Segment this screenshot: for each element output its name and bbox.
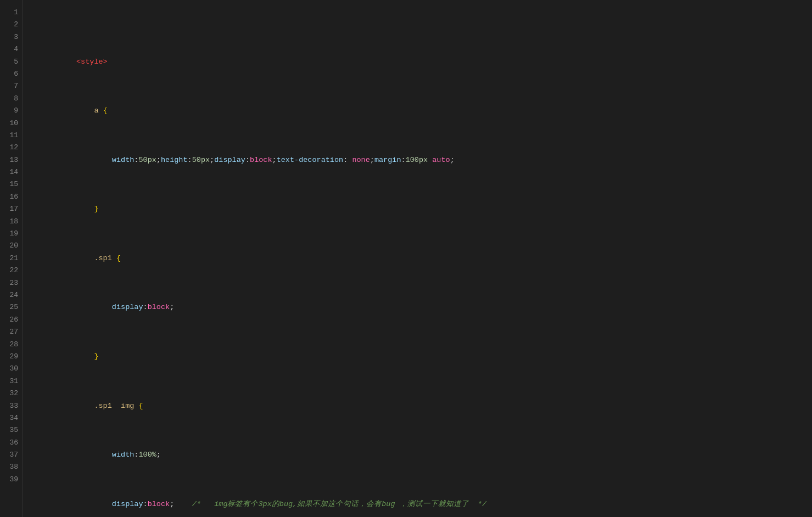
- line-numbers: 1 2 3 4 5 6 7 8 9 10 11 12 13 14 15 16 1…: [0, 0, 23, 517]
- code-line-9: width:100%;: [32, 437, 812, 449]
- code-editor: 1 2 3 4 5 6 7 8 9 10 11 12 13 14 15 16 1…: [0, 0, 812, 517]
- code-line-8: .sp1 img {: [32, 387, 812, 400]
- code-area[interactable]: <style> a { width:50px;height:50px;displ…: [23, 0, 812, 517]
- code-line-6: display:block;: [32, 289, 812, 301]
- code-line-1: <style>: [32, 43, 812, 55]
- code-line-7: }: [32, 339, 812, 351]
- code-line-2: a {: [32, 93, 812, 105]
- code-line-3: width:50px;height:50px;display:block;tex…: [32, 142, 812, 154]
- code-line-4: }: [32, 191, 812, 203]
- code-line-5: .sp1 {: [32, 240, 812, 252]
- code-line-10: display:block; /* img标签有个3px的bug,如果不加这个句…: [32, 486, 812, 498]
